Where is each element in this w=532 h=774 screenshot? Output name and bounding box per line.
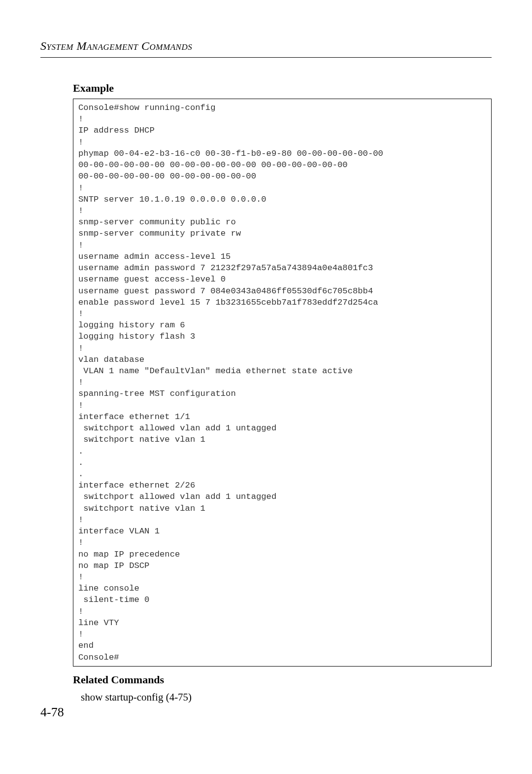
related-commands-heading: Related Commands	[73, 673, 492, 686]
page-number: 4-78	[40, 705, 64, 720]
code-block: Console#show running-config ! IP address…	[73, 99, 492, 667]
page-content: Example Console#show running-config ! IP…	[73, 79, 492, 704]
related-commands-body: show startup-config (4-75)	[81, 691, 492, 704]
example-heading: Example	[73, 82, 492, 95]
header-divider	[40, 57, 492, 58]
page-header: System Management Commands	[40, 39, 192, 53]
